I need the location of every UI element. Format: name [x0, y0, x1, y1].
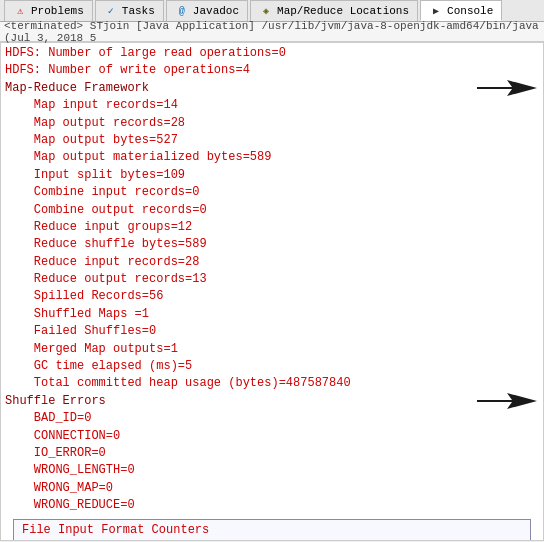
- tab-console[interactable]: ▶ Console: [420, 0, 502, 21]
- inset-line-1: Bytes Read=157: [22, 539, 522, 541]
- console-area[interactable]: HDFS: Number of large read operations=0 …: [0, 42, 544, 541]
- console-line-12: Reduce input records=28: [5, 254, 539, 271]
- console-line-6: Map output materialized bytes=589: [5, 149, 539, 166]
- inset-line-0: File Input Format Counters: [22, 522, 522, 539]
- arrow-right-2: [477, 393, 537, 409]
- toolbar-text: <terminated> STjoin [Java Application] /…: [4, 20, 540, 44]
- console-line-3: Map input records=14: [5, 97, 539, 114]
- console-line-15: Shuffled Maps =1: [5, 306, 539, 323]
- tab-javadoc-label: Javadoc: [193, 5, 239, 17]
- tab-problems-label: Problems: [31, 5, 84, 17]
- console-line-11: Reduce shuffle bytes=589: [5, 236, 539, 253]
- tab-map-reduce-label: Map/Reduce Locations: [277, 5, 409, 17]
- map-reduce-icon: ◈: [259, 4, 273, 18]
- tab-javadoc[interactable]: @ Javadoc: [166, 0, 248, 21]
- console-line-9: Combine output records=0: [5, 202, 539, 219]
- console-line-shuffle-header: Shuffle Errors: [5, 393, 539, 410]
- console-line-4: Map output records=28: [5, 115, 539, 132]
- inset-box: File Input Format Counters Bytes Read=15…: [13, 519, 531, 541]
- problems-icon: ⚠: [13, 4, 27, 18]
- console-line-8: Combine input records=0: [5, 184, 539, 201]
- eclipse-window: ⚠ Problems ✓ Tasks @ Javadoc ◈ Map/Reduc…: [0, 0, 544, 541]
- console-line-18: GC time elapsed (ms)=5: [5, 358, 539, 375]
- console-line-19: Total committed heap usage (bytes)=48758…: [5, 375, 539, 392]
- console-line-21: BAD_ID=0: [5, 410, 539, 427]
- console-line-26: WRONG_REDUCE=0: [5, 497, 539, 514]
- console-line-23: IO_ERROR=0: [5, 445, 539, 462]
- console-line-22: CONNECTION=0: [5, 428, 539, 445]
- tab-problems[interactable]: ⚠ Problems: [4, 0, 93, 21]
- console-line-7: Input split bytes=109: [5, 167, 539, 184]
- tab-console-label: Console: [447, 5, 493, 17]
- console-line-24: WRONG_LENGTH=0: [5, 462, 539, 479]
- arrow-right-1: [477, 80, 537, 96]
- console-icon: ▶: [429, 4, 443, 18]
- tab-tasks[interactable]: ✓ Tasks: [95, 0, 164, 21]
- console-line-13: Reduce output records=13: [5, 271, 539, 288]
- console-line-14: Spilled Records=56: [5, 288, 539, 305]
- console-line-hdfs-1: HDFS: Number of large read operations=0: [5, 45, 539, 62]
- console-content: HDFS: Number of large read operations=0 …: [5, 45, 539, 541]
- tab-map-reduce[interactable]: ◈ Map/Reduce Locations: [250, 0, 418, 21]
- console-line-17: Merged Map outputs=1: [5, 341, 539, 358]
- svg-marker-1: [477, 393, 537, 409]
- shuffle-errors-section: Shuffle Errors: [5, 393, 539, 410]
- tasks-icon: ✓: [104, 4, 118, 18]
- tab-tasks-label: Tasks: [122, 5, 155, 17]
- map-reduce-section: Map-Reduce Framework: [5, 80, 539, 97]
- console-line-16: Failed Shuffles=0: [5, 323, 539, 340]
- console-line-5: Map output bytes=527: [5, 132, 539, 149]
- console-line-25: WRONG_MAP=0: [5, 480, 539, 497]
- console-line-10: Reduce input groups=12: [5, 219, 539, 236]
- javadoc-icon: @: [175, 4, 189, 18]
- console-line-map-reduce-header: Map-Reduce Framework: [5, 80, 539, 97]
- svg-marker-0: [477, 80, 537, 96]
- console-line-hdfs-2: HDFS: Number of write operations=4: [5, 62, 539, 79]
- toolbar: <terminated> STjoin [Java Application] /…: [0, 22, 544, 42]
